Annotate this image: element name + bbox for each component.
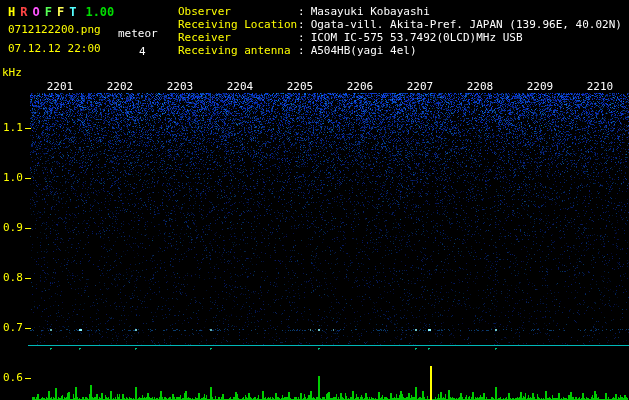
output-filename: 0712122200.png xyxy=(8,23,101,36)
logo-letter: T xyxy=(69,5,76,19)
time-tick-label: 2210 xyxy=(587,80,614,93)
freq-tick-label: 0.8 xyxy=(3,271,23,284)
time-tick-label: 2206 xyxy=(347,80,374,93)
info-value: ICOM IC-575 53.7492(0LCD)MHz USB xyxy=(311,31,523,44)
app-version: 1.00 xyxy=(85,5,114,19)
time-tick-label: 2209 xyxy=(527,80,554,93)
logo-letter: O xyxy=(32,5,39,19)
info-label: Receiver xyxy=(178,31,298,44)
spectrogram-canvas xyxy=(0,0,629,400)
logo-letter: F xyxy=(45,5,52,19)
freq-tick-label: 1.1 xyxy=(3,121,23,134)
freq-tick-label: 1.0 xyxy=(3,171,23,184)
hrofft-output-image: HROFFT1.00 0712122200.png meteor 07.12.1… xyxy=(0,0,629,400)
info-label: Receiving antenna xyxy=(178,44,298,57)
observation-datetime: 07.12.12 22:00 xyxy=(8,42,101,55)
time-tick-label: 2203 xyxy=(167,80,194,93)
info-value: A504HB(yagi 4el) xyxy=(311,44,417,57)
info-label: Receiving Location xyxy=(178,18,298,31)
info-label: Observer xyxy=(178,5,298,18)
y-axis-unit-label: kHz xyxy=(2,66,22,79)
info-separator: : xyxy=(298,18,305,31)
time-tick-label: 2201 xyxy=(47,80,74,93)
meteor-count: 4 xyxy=(139,45,146,58)
info-row-receiver: Receiver:ICOM IC-575 53.7492(0LCD)MHz US… xyxy=(178,31,622,44)
time-tick-label: 2205 xyxy=(287,80,314,93)
logo-letter: R xyxy=(20,5,27,19)
time-tick-label: 2208 xyxy=(467,80,494,93)
info-value: Ogata-vill. Akita-Pref. JAPAN (139.96E, … xyxy=(311,18,622,31)
freq-tick-label: 0.6 xyxy=(3,371,23,384)
time-tick-label: 2204 xyxy=(227,80,254,93)
info-separator: : xyxy=(298,31,305,44)
info-value: Masayuki Kobayashi xyxy=(311,5,430,18)
logo-letter: F xyxy=(57,5,64,19)
info-row-antenna: Receiving antenna:A504HB(yagi 4el) xyxy=(178,44,622,57)
mode-label: meteor xyxy=(118,27,158,40)
info-row-location: Receiving Location:Ogata-vill. Akita-Pre… xyxy=(178,18,622,31)
info-separator: : xyxy=(298,5,305,18)
time-tick-label: 2207 xyxy=(407,80,434,93)
app-logo: HROFFT1.00 xyxy=(8,5,114,19)
observer-info-block: Observer:Masayuki Kobayashi Receiving Lo… xyxy=(178,5,622,57)
time-tick-label: 2202 xyxy=(107,80,134,93)
freq-tick-label: 0.9 xyxy=(3,221,23,234)
info-separator: : xyxy=(298,44,305,57)
freq-tick-label: 0.7 xyxy=(3,321,23,334)
logo-letter: H xyxy=(8,5,15,19)
info-row-observer: Observer:Masayuki Kobayashi xyxy=(178,5,622,18)
